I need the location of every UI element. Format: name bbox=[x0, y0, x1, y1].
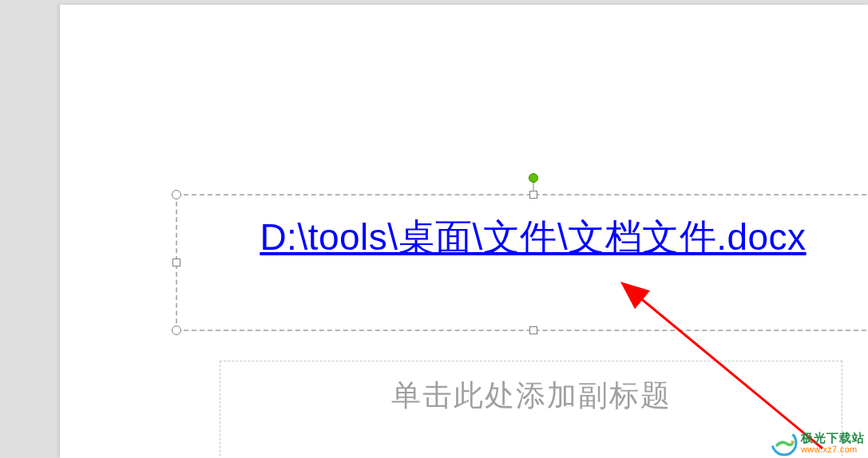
resize-handle-top-left[interactable] bbox=[172, 190, 181, 199]
watermark-url: www.xz7.com bbox=[801, 444, 865, 454]
resize-handle-bottom[interactable] bbox=[529, 326, 537, 334]
watermark-title: 极光下载站 bbox=[801, 432, 865, 445]
watermark: 极光下载站 www.xz7.com bbox=[771, 429, 865, 456]
hyperlink-title[interactable]: D:\tools\桌面\文件\文档文件.docx bbox=[177, 195, 868, 273]
subtitle-textbox[interactable]: 单击此处添加副标题 bbox=[220, 361, 842, 458]
resize-handle-left[interactable] bbox=[172, 259, 180, 267]
subtitle-placeholder-text: 单击此处添加副标题 bbox=[220, 361, 842, 416]
resize-handle-top[interactable] bbox=[529, 191, 537, 199]
watermark-logo-icon bbox=[771, 429, 798, 456]
resize-handle-bottom-left[interactable] bbox=[172, 326, 181, 335]
watermark-text: 极光下载站 www.xz7.com bbox=[801, 432, 865, 455]
rotation-handle[interactable] bbox=[529, 173, 538, 183]
title-textbox[interactable]: D:\tools\桌面\文件\文档文件.docx bbox=[176, 194, 868, 331]
slide-canvas: D:\tools\桌面\文件\文档文件.docx 单击此处添加副标题 bbox=[60, 5, 868, 458]
